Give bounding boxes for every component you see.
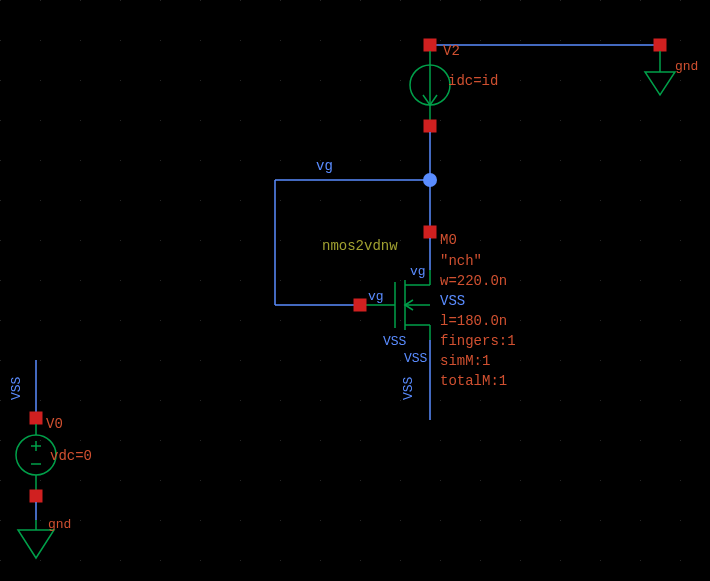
svg-rect-18 bbox=[424, 226, 436, 238]
m0-w: w=220.0n bbox=[440, 273, 507, 289]
net-vss-left-label: VSS bbox=[9, 376, 24, 400]
net-gnd-label-right: gnd bbox=[675, 59, 698, 74]
svg-rect-3 bbox=[424, 39, 436, 51]
svg-rect-1 bbox=[0, 0, 710, 581]
svg-rect-11 bbox=[424, 120, 436, 132]
svg-rect-38 bbox=[30, 490, 42, 502]
schematic-canvas[interactable]: gnd V2 idc=id vg bbox=[0, 0, 710, 581]
m0-simm: simM:1 bbox=[440, 353, 490, 369]
svg-rect-31 bbox=[30, 412, 42, 424]
m0-l: l=180.0n bbox=[440, 313, 507, 329]
net-gnd-label-left: gnd bbox=[48, 517, 71, 532]
v0-name: V0 bbox=[46, 416, 63, 432]
m0-fingers: fingers:1 bbox=[440, 333, 516, 349]
svg-rect-25 bbox=[354, 299, 366, 311]
m0-totalm: totalM:1 bbox=[440, 373, 507, 389]
m0-celltype: nmos2vdnw bbox=[322, 238, 398, 254]
grid bbox=[0, 0, 710, 581]
net-vss-source-label: VSS bbox=[383, 334, 407, 349]
m0-vss-bulk: VSS bbox=[440, 293, 465, 309]
v2-name: V2 bbox=[443, 43, 460, 59]
v0-param: vdc=0 bbox=[50, 448, 92, 464]
net-vg-drain-label: vg bbox=[410, 264, 426, 279]
net-vss-bulk-label: VSS bbox=[404, 351, 428, 366]
v2-param: idc=id bbox=[448, 73, 498, 89]
m0-name: M0 bbox=[440, 232, 457, 248]
net-vg-label: vg bbox=[316, 158, 333, 174]
net-vg-gate-label: vg bbox=[368, 289, 384, 304]
m0-model: "nch" bbox=[440, 253, 482, 269]
svg-rect-4 bbox=[654, 39, 666, 51]
net-vss-wire-label: VSS bbox=[401, 376, 416, 400]
